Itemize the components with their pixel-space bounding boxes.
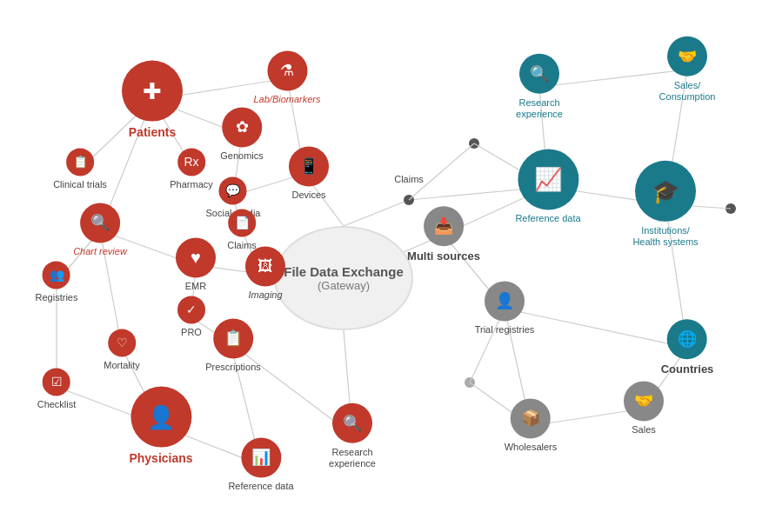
label-ref-data-bottom: Reference data xyxy=(228,481,293,492)
node-ref-data-bottom: 📊 Reference data xyxy=(228,437,293,492)
label-pro: PRO xyxy=(181,327,202,338)
label-reference-data-teal: Reference data xyxy=(515,213,580,224)
label-multi-sources: Multi sources xyxy=(407,249,480,263)
label-clinical-trials: Clinical trials xyxy=(53,179,107,190)
label-sales-consumption: Sales/ Consumption xyxy=(657,80,718,103)
svg-point-42 xyxy=(465,377,475,388)
node-clinical-trials: 📋 Clinical trials xyxy=(53,148,107,190)
label-sales: Sales xyxy=(632,424,656,436)
label-claims-center: Claims xyxy=(394,174,424,185)
network-diagram: File Data Exchange (Gateway) ✚ Patients … xyxy=(0,0,769,532)
label-research-exp-bottom: Research experience xyxy=(322,447,383,469)
node-sales: 🤝 Sales xyxy=(624,381,664,436)
label-chart-review: Chart review xyxy=(73,246,127,257)
center-node: File Data Exchange (Gateway) xyxy=(274,226,413,330)
center-subtitle: (Gateway) xyxy=(318,279,370,292)
node-wholesalers: 📦 Wholesalers xyxy=(505,398,558,453)
node-multi-sources: 📥 Multi sources xyxy=(407,206,480,263)
node-emr: ♥ EMR xyxy=(176,237,216,292)
node-imaging: 🖼 Imaging xyxy=(245,246,285,301)
svg-point-38 xyxy=(404,195,414,205)
label-checklist: Checklist xyxy=(37,399,77,410)
node-patients: ✚ Patients xyxy=(122,61,183,140)
label-genomics: Genomics xyxy=(220,150,264,162)
node-institutions: 🎓 Institutions/ Health systems xyxy=(626,161,705,248)
node-pro: ✓ PRO xyxy=(177,296,205,338)
node-chart-review: 🔍 Chart review xyxy=(73,203,127,257)
label-emr: EMR xyxy=(185,281,206,292)
node-sales-consumption: 🤝 Sales/ Consumption xyxy=(657,37,718,103)
label-prescriptions: Prescriptions xyxy=(205,362,261,373)
label-imaging: Imaging xyxy=(248,289,282,301)
label-trial-registries: Trial registries xyxy=(474,324,535,336)
node-countries: 🌐 Countries xyxy=(661,319,714,376)
node-research-exp-bottom: 🔍 Research experience xyxy=(322,403,383,469)
svg-line-23 xyxy=(344,200,409,226)
label-research-exp-teal: Research experience xyxy=(505,97,574,120)
label-wholesalers: Wholesalers xyxy=(505,442,558,453)
label-institutions: Institutions/ Health systems xyxy=(626,225,705,248)
label-physicians: Physicians xyxy=(129,451,192,466)
node-devices: 📱 Devices xyxy=(289,146,329,201)
label-lab-biomarkers: Lab/Biomarkers xyxy=(253,94,320,105)
node-physicians: 👤 Physicians xyxy=(129,387,192,466)
node-genomics: ✿ Genomics xyxy=(220,107,264,162)
label-mortality: Mortality xyxy=(104,360,140,371)
label-registries: Registries xyxy=(36,292,78,303)
svg-point-45 xyxy=(726,203,736,214)
node-mortality: ♡ Mortality xyxy=(104,329,140,371)
node-lab-biomarkers: ⚗ Lab/Biomarkers xyxy=(253,50,320,105)
node-checklist: ☑ Checklist xyxy=(37,368,77,410)
label-countries: Countries xyxy=(661,362,714,376)
node-prescriptions: 📋 Prescriptions xyxy=(205,318,261,373)
label-devices: Devices xyxy=(291,190,325,201)
center-title: File Data Exchange xyxy=(284,264,404,279)
node-claims-left: 📄 Claims xyxy=(227,209,257,251)
node-claims-center: Claims xyxy=(394,170,424,185)
label-patients: Patients xyxy=(129,125,176,140)
svg-point-39 xyxy=(469,138,479,149)
node-trial-registries: 👤 Trial registries xyxy=(474,281,535,336)
node-reference-data-teal: 📈 Reference data xyxy=(515,149,580,224)
node-research-exp-teal: 🔍 Research experience xyxy=(505,54,574,120)
node-registries: 👥 Registries xyxy=(36,261,78,303)
